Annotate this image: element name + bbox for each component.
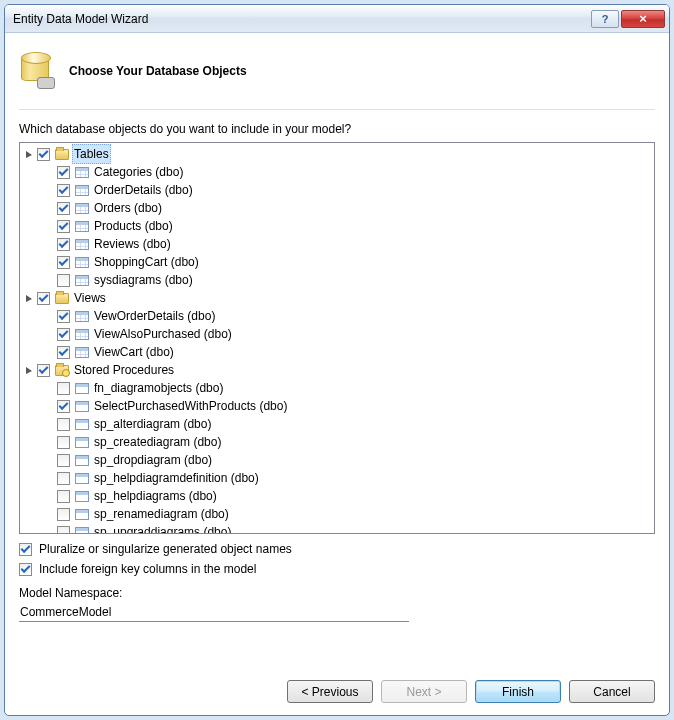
checkbox[interactable] [57,202,70,215]
page-title: Choose Your Database Objects [69,64,247,78]
checkbox[interactable] [57,238,70,251]
tree-item-label: ViewAlsoPurchased (dbo) [92,325,234,343]
tree-item-label: OrderDetails (dbo) [92,181,195,199]
stored-procedure-icon [74,489,90,503]
table-icon [74,309,90,323]
tree-group-procs[interactable]: Stored Procedures [24,361,650,379]
option-foreign-keys-label: Include foreign key columns in the model [39,562,256,576]
table-icon [74,237,90,251]
checkbox[interactable] [57,184,70,197]
tree-item-label: SelectPurchasedWithProducts (dbo) [92,397,289,415]
checkbox[interactable] [57,256,70,269]
previous-button[interactable]: < Previous [287,680,373,703]
checkbox[interactable] [57,328,70,341]
tree-group-tables[interactable]: Tables [24,145,650,163]
tree-item[interactable]: SelectPurchasedWithProducts (dbo) [44,397,650,415]
cancel-button[interactable]: Cancel [569,680,655,703]
tree-item[interactable]: ViewCart (dbo) [44,343,650,361]
option-pluralize[interactable]: Pluralize or singularize generated objec… [19,542,655,556]
namespace-label: Model Namespace: [19,586,655,600]
titlebar: Entity Data Model Wizard ? × [5,5,669,33]
stored-procedure-icon [74,525,90,534]
checkbox[interactable] [57,400,70,413]
table-icon [74,255,90,269]
tree-item[interactable]: sp_dropdiagram (dbo) [44,451,650,469]
table-icon [74,219,90,233]
tree-item[interactable]: Orders (dbo) [44,199,650,217]
checkbox[interactable] [37,292,50,305]
checkbox[interactable] [57,508,70,521]
tree-item[interactable]: sp_helpdiagrams (dbo) [44,487,650,505]
checkbox-foreign-keys[interactable] [19,563,32,576]
tree-item[interactable]: Products (dbo) [44,217,650,235]
stored-procedure-icon [74,417,90,431]
tree-item-label: Orders (dbo) [92,199,164,217]
tree-item-label: sysdiagrams (dbo) [92,271,195,289]
collapse-icon[interactable] [24,149,35,160]
wizard-header: Choose Your Database Objects [19,45,655,110]
close-button[interactable]: × [621,10,665,28]
prompt-text: Which database objects do you want to in… [19,122,655,136]
tree-item-label: ViewCart (dbo) [92,343,176,361]
tree-item[interactable]: sysdiagrams (dbo) [44,271,650,289]
tree-item[interactable]: Reviews (dbo) [44,235,650,253]
help-button[interactable]: ? [591,10,619,28]
content-area: Choose Your Database Objects Which datab… [5,33,669,715]
tree-item-label: fn_diagramobjects (dbo) [92,379,225,397]
namespace-input[interactable] [19,603,409,622]
table-icon [74,345,90,359]
collapse-icon[interactable] [24,365,35,376]
tree-item-label: sp_helpdiagramdefinition (dbo) [92,469,261,487]
tree-item[interactable]: sp_creatediagram (dbo) [44,433,650,451]
checkbox-pluralize[interactable] [19,543,32,556]
tree-item[interactable]: sp_helpdiagramdefinition (dbo) [44,469,650,487]
checkbox[interactable] [57,346,70,359]
tree-item-label: Categories (dbo) [92,163,185,181]
tree-item[interactable]: Categories (dbo) [44,163,650,181]
option-foreign-keys[interactable]: Include foreign key columns in the model [19,562,655,576]
tree-item[interactable]: OrderDetails (dbo) [44,181,650,199]
tree-item-label: ShoppingCart (dbo) [92,253,201,271]
checkbox[interactable] [57,310,70,323]
stored-procedure-icon [74,471,90,485]
stored-procedure-icon [74,399,90,413]
tree-item-label: sp_renamediagram (dbo) [92,505,231,523]
option-pluralize-label: Pluralize or singularize generated objec… [39,542,292,556]
checkbox[interactable] [57,418,70,431]
stored-procedure-icon [74,453,90,467]
finish-button[interactable]: Finish [475,680,561,703]
tree-item-label: sp_dropdiagram (dbo) [92,451,214,469]
checkbox[interactable] [57,454,70,467]
checkbox[interactable] [37,364,50,377]
next-button[interactable]: Next > [381,680,467,703]
table-icon [74,183,90,197]
tree-item[interactable]: sp_alterdiagram (dbo) [44,415,650,433]
checkbox[interactable] [37,148,50,161]
tree-item[interactable]: fn_diagramobjects (dbo) [44,379,650,397]
checkbox[interactable] [57,472,70,485]
tree-item-label: sp_alterdiagram (dbo) [92,415,213,433]
collapse-icon[interactable] [24,293,35,304]
tree-item[interactable]: ViewAlsoPurchased (dbo) [44,325,650,343]
tree-item[interactable]: VewOrderDetails (dbo) [44,307,650,325]
tree-group-label: Views [72,289,108,307]
tree-group-views[interactable]: Views [24,289,650,307]
tree-item-label: Reviews (dbo) [92,235,173,253]
folder-proc-icon [54,363,70,377]
wizard-window: Entity Data Model Wizard ? × Choose Your… [4,4,670,716]
tree-item[interactable]: ShoppingCart (dbo) [44,253,650,271]
object-tree[interactable]: TablesCategories (dbo)OrderDetails (dbo)… [19,142,655,534]
checkbox[interactable] [57,526,70,535]
tree-group-label: Tables [72,144,111,164]
tree-item-label: Products (dbo) [92,217,175,235]
checkbox[interactable] [57,490,70,503]
tree-item[interactable]: sp_upgraddiagrams (dbo) [44,523,650,534]
checkbox[interactable] [57,382,70,395]
checkbox[interactable] [57,166,70,179]
table-icon [74,273,90,287]
checkbox[interactable] [57,220,70,233]
tree-item[interactable]: sp_renamediagram (dbo) [44,505,650,523]
checkbox[interactable] [57,436,70,449]
tree-item-label: sp_upgraddiagrams (dbo) [92,523,233,534]
checkbox[interactable] [57,274,70,287]
